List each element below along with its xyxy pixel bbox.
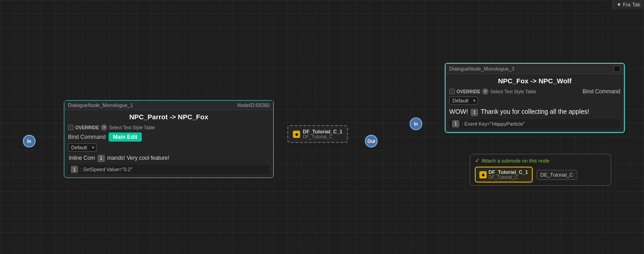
node2-id-label: DialogueNode_Monologue_3	[449, 66, 514, 71]
node2-dropdown-wrapper[interactable]: Default	[449, 97, 478, 105]
node2-bind-command-label: Bind Command	[582, 88, 620, 95]
subnode-de-node[interactable]: DE_Tutorial_C	[536, 170, 577, 180]
df-node-name: DF_Tutorial_C_1	[303, 129, 343, 134]
node1-cmd-text: : SetSpeed Value="0.2"	[80, 167, 132, 172]
node1-node-id: NodeID:59260	[237, 102, 270, 108]
check-icon: ✓	[475, 157, 480, 164]
node2-black-sq	[614, 66, 620, 72]
subnode-area: ✓ Attach a subnode on this node ◆ DF_Tut…	[470, 154, 611, 186]
node2-question-icon[interactable]: ?	[482, 88, 488, 95]
node1-bind-row: Bind Command Main Edit	[68, 132, 270, 142]
node2-override-checkbox[interactable]	[449, 89, 455, 94]
node2-default-select[interactable]: Default	[449, 97, 478, 105]
subnode-label: ✓ Attach a subnode on this node	[475, 157, 606, 164]
node2-override-row: OVERRIDE ? Select Text Style Table Bind …	[449, 88, 620, 95]
node2-header: DialogueNode_Monologue_3	[446, 64, 624, 74]
node-monologue-3: DialogueNode_Monologue_3 NPC_Fox -> NPC_…	[445, 63, 625, 133]
node1-inline-badge: 1	[98, 155, 105, 162]
node1-cmd-num: 1	[71, 166, 78, 173]
node1-title: NPC_Parrot -> NPC_Fox	[64, 110, 273, 122]
node1-override-label: OVERRIDE	[75, 125, 99, 130]
node1-content: Inline Com 1 mands! Very cool feature!	[68, 154, 270, 162]
subnode-df-name: DF_Tutorial_C_1	[488, 169, 528, 175]
node2-override-label: OVERRIDE	[457, 89, 480, 94]
node2-wow-message: Thank you for collecting all the apples!	[481, 108, 589, 115]
subnode-df-sub: DF_Tutorial_C	[488, 175, 528, 180]
top-right-panel: ▼ Fra Tab	[613, 0, 644, 9]
node2-style-table-btn[interactable]: Select Text Style Table	[490, 89, 536, 94]
right-in-connector[interactable]: In	[410, 117, 422, 130]
node1-body: OVERRIDE ? Select Text Style Table Bind …	[64, 122, 273, 178]
panel-arrow: ▼ Fra	[617, 2, 630, 7]
subnode-row: ◆ DF_Tutorial_C_1 DF_Tutorial_C DE_Tutor…	[475, 167, 606, 183]
node1-header: DialogueNode_Monologue_1 NodeID:59260	[64, 101, 273, 110]
df-tutorial-node[interactable]: ◆ DF_Tutorial_C_1 DF_Tutorial_C	[287, 125, 348, 143]
node2-title: NPC_Fox -> NPC_Wolf	[446, 74, 624, 86]
df-node-icon: ◆	[293, 131, 300, 138]
panel-tab: Tab	[632, 2, 640, 7]
subnode-de-label: DE_Tutorial_C	[540, 172, 573, 178]
node1-id-label: DialogueNode_Monologue_1	[68, 102, 133, 108]
node2-body: OVERRIDE ? Select Text Style Table Bind …	[446, 86, 624, 132]
node-monologue-1: DialogueNode_Monologue_1 NodeID:59260 NP…	[64, 100, 274, 178]
subnode-df-icon: ◆	[479, 171, 487, 178]
node2-wow-prefix: WOW!	[449, 108, 468, 115]
node1-main-edit-button[interactable]: Main Edit	[109, 132, 142, 142]
node2-event-text: : Event Key="HappyParticle"	[462, 121, 525, 126]
node1-dropdown-wrapper[interactable]: Default	[68, 143, 97, 152]
node1-style-table-btn[interactable]: Select Text Style Table	[109, 125, 155, 130]
node2-event-line: 1 : Event Key="HappyParticle"	[449, 119, 620, 128]
subnode-attach-text: Attach a subnode on this node	[482, 158, 550, 163]
node1-bind-command-label: Bind Command	[68, 134, 106, 140]
node2-event-num: 1	[452, 120, 459, 127]
node2-default-row: Default	[449, 97, 620, 105]
node1-question-icon[interactable]: ?	[101, 124, 107, 131]
out-connector[interactable]: Out	[365, 135, 378, 147]
node2-wow-num: 1	[471, 109, 478, 116]
df-node-sub: DF_Tutorial_C	[303, 134, 343, 139]
out-connector-label: Out	[367, 139, 375, 144]
node1-command-line: 1 : SetSpeed Value="0.2"	[68, 165, 270, 174]
node2-wow-text: WOW! 1 Thank you for collecting all the …	[449, 107, 620, 117]
node1-default-select[interactable]: Default	[68, 143, 97, 152]
node1-override-row: OVERRIDE ? Select Text Style Table	[68, 124, 270, 131]
subnode-df-node[interactable]: ◆ DF_Tutorial_C_1 DF_Tutorial_C	[475, 167, 533, 183]
node1-default-row: Default	[68, 143, 270, 152]
right-in-connector-label: In	[414, 122, 418, 127]
node1-override-checkbox[interactable]	[68, 125, 73, 130]
left-in-connector[interactable]: In	[23, 135, 36, 147]
